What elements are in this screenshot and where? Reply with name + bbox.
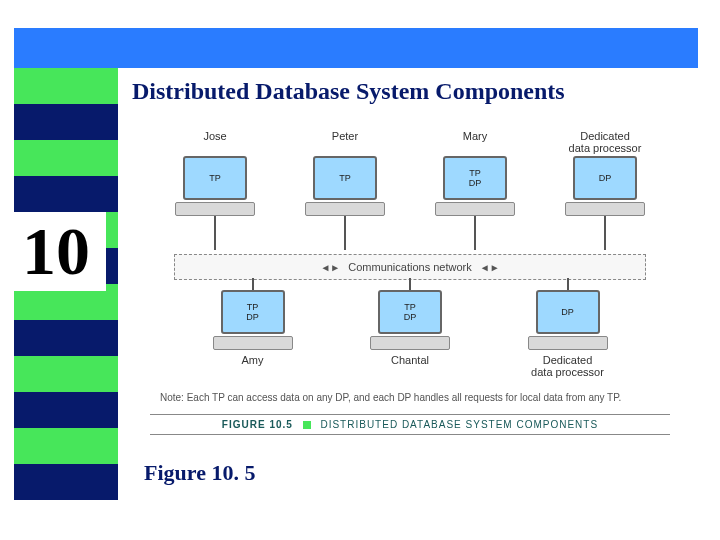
stripe <box>14 428 118 464</box>
page-title: Distributed Database System Components <box>132 78 565 105</box>
workstation-label: Peter <box>332 130 358 154</box>
chapter-number: 10 <box>6 212 106 291</box>
figure-name: DISTRIBUTED DATABASE SYSTEM COMPONENTS <box>320 419 598 430</box>
workstation-label: Mary <box>463 130 487 154</box>
computer-base-icon <box>175 202 255 216</box>
stripe <box>14 392 118 428</box>
stripe <box>14 320 118 356</box>
workstation-label: Dedicated data processor <box>531 354 604 378</box>
workstation-label: Jose <box>203 130 226 154</box>
connector-line <box>409 278 411 290</box>
monitor-icon: TP <box>183 156 247 200</box>
computer-base-icon <box>305 202 385 216</box>
workstation: TP DP Chantal <box>355 290 465 378</box>
workstation: Peter TP <box>290 130 400 216</box>
monitor-icon: DP <box>536 290 600 334</box>
stripe <box>14 356 118 392</box>
computer-base-icon <box>565 202 645 216</box>
workstation: Dedicated data processor DP <box>550 130 660 216</box>
stripe <box>14 176 118 212</box>
computer-base-icon <box>213 336 293 350</box>
computer-row-bottom: TP DP Amy TP DP Chantal DP Dedicated dat… <box>150 290 670 378</box>
network-bus: ◄► Communications network ◄► <box>174 254 646 280</box>
connector-line <box>604 216 606 250</box>
computer-base-icon <box>528 336 608 350</box>
stripe <box>14 140 118 176</box>
monitor-icon: DP <box>573 156 637 200</box>
connector-line <box>474 216 476 250</box>
workstation-label: Chantal <box>391 354 429 378</box>
computer-base-icon <box>435 202 515 216</box>
arrow-icon: ◄► <box>320 262 340 273</box>
slide: 10 Distributed Database System Component… <box>0 0 720 540</box>
connector-line <box>567 278 569 290</box>
stripe <box>14 104 118 140</box>
workstation: TP DP Amy <box>198 290 308 378</box>
figure-title-bar: FIGURE 10.5 DISTRIBUTED DATABASE SYSTEM … <box>150 414 670 435</box>
workstation-label: Amy <box>242 354 264 378</box>
computer-base-icon <box>370 336 450 350</box>
figure-label: FIGURE 10.5 <box>222 419 293 430</box>
monitor-icon: TP DP <box>443 156 507 200</box>
figure-note: Note: Each TP can access data on any DP,… <box>160 392 621 403</box>
arrow-icon: ◄► <box>480 262 500 273</box>
workstation: DP Dedicated data processor <box>513 290 623 378</box>
monitor-icon: TP <box>313 156 377 200</box>
stripe <box>14 68 118 104</box>
connector-line <box>214 216 216 250</box>
workstation: Jose TP <box>160 130 270 216</box>
workstation-label: Dedicated data processor <box>569 130 642 154</box>
figure-diagram: Jose TP Peter TP Mary TP DP Dedicated da… <box>150 120 670 440</box>
connector-line <box>252 278 254 290</box>
monitor-icon: TP DP <box>221 290 285 334</box>
connector-line <box>344 216 346 250</box>
stripe <box>14 464 118 500</box>
square-icon <box>303 421 311 429</box>
top-accent-bar <box>14 28 698 68</box>
network-label: Communications network <box>348 261 472 273</box>
workstation: Mary TP DP <box>420 130 530 216</box>
figure-caption: Figure 10. 5 <box>144 460 255 486</box>
monitor-icon: TP DP <box>378 290 442 334</box>
computer-row-top: Jose TP Peter TP Mary TP DP Dedicated da… <box>150 130 670 216</box>
